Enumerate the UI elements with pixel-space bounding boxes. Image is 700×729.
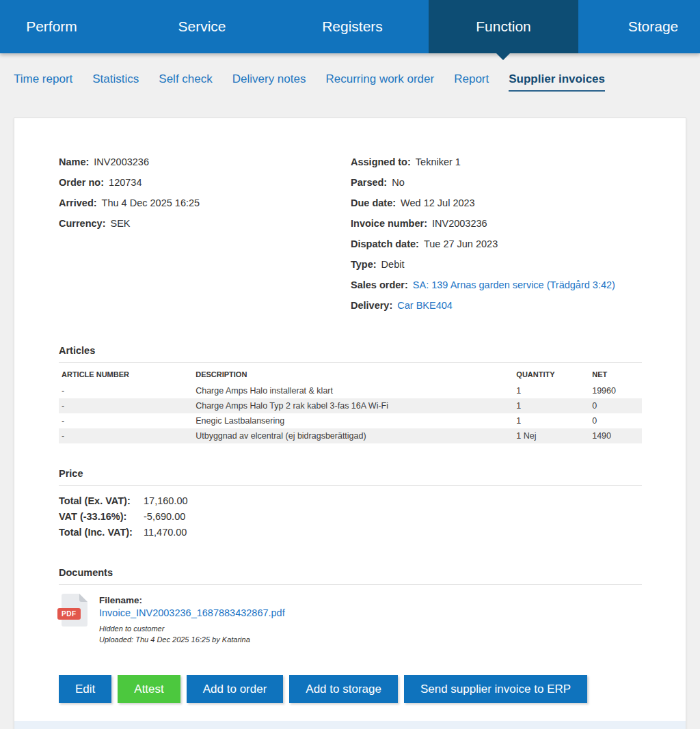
field-value: INV2003236 [94,156,149,167]
invoice-fields-right: Assigned to:Tekniker 1 Parsed:No Due dat… [351,156,615,320]
field-invoice-number: Invoice number:INV2003236 [351,218,615,238]
cell-description: Enegic Lastbalansering [193,413,513,428]
articles-section: Articles ARTICLE NUMBER DESCRIPTION QUAN… [59,345,642,443]
cell-description: Charge Amps Halo installerat & klart [193,383,513,398]
send-to-erp-button[interactable]: Send supplier invoice to ERP [404,675,587,703]
document-filename-link[interactable]: Invoice_INV2003236_1687883432867.pdf [99,607,285,618]
cell-net: 0 [589,398,642,413]
cell-description: Charge Amps Halo Typ 2 rak kabel 3-fas 1… [193,398,513,413]
table-row: - Enegic Lastbalansering 1 0 [59,413,642,428]
cell-article-number: - [59,383,193,398]
nav-tab-label: Storage [628,18,679,35]
price-value: -5,690.00 [144,511,185,527]
subnav-supplier-invoices[interactable]: Supplier invoices [509,72,605,92]
cell-net: 1490 [589,428,642,443]
table-row: - Charge Amps Halo installerat & klart 1… [59,383,642,398]
field-label: Order no: [59,177,104,188]
cell-net: 19960 [589,383,642,398]
field-arrived: Arrived:Thu 4 Dec 2025 16:25 [59,197,351,218]
add-to-storage-button[interactable]: Add to storage [289,675,398,703]
price-row-inc-vat: Total (Inc. VAT):11,470.00 [59,527,642,542]
price-value: 11,470.00 [144,527,187,542]
active-tab-pointer [496,53,510,60]
documents-section: Documents PDF Filename: Invoice_INV20032… [59,567,642,644]
field-value: Tue 27 Jun 2023 [424,238,498,249]
subnav-report[interactable]: Report [454,72,489,90]
field-label: Name: [59,156,89,167]
field-value: Debit [381,259,405,270]
add-to-order-button[interactable]: Add to order [187,675,284,703]
subnav-recurring-work-order[interactable]: Recurring work order [325,72,434,90]
field-order-no: Order no:120734 [59,177,351,197]
field-assigned-to: Assigned to:Tekniker 1 [351,156,615,177]
sub-nav: Time report Statistics Self check Delive… [0,53,700,118]
price-label: Total (Inc. VAT): [59,527,144,542]
cell-quantity: 1 Nej [513,428,589,443]
articles-table: ARTICLE NUMBER DESCRIPTION QUANTITY NET … [59,364,642,443]
subnav-time-report[interactable]: Time report [14,72,72,90]
field-label: Assigned to: [351,156,411,167]
field-label: Dispatch date: [351,238,419,249]
nav-tab-function[interactable]: Function [429,0,578,53]
price-section: Price Total (Ex. VAT):17,160.00 VAT (-33… [59,468,642,542]
price-row-vat: VAT (-33.16%):-5,690.00 [59,511,642,527]
subnav-statistics[interactable]: Statistics [92,72,139,90]
document-info: Filename: Invoice_INV2003236_16878834328… [99,594,285,644]
field-label: Delivery: [351,300,392,311]
price-title: Price [59,468,642,479]
nav-tab-label: Perform [26,18,77,35]
delivery-link[interactable]: Car BKE404 [397,300,453,311]
cell-quantity: 1 [513,398,589,413]
card-footer: Assign Print Cancel [14,721,686,729]
section-divider [59,584,642,585]
nav-tab-registers[interactable]: Registers [278,0,427,53]
field-currency: Currency:SEK [59,218,351,238]
field-value: INV2003236 [432,218,487,229]
action-buttons: Edit Attest Add to order Add to storage … [59,675,642,703]
pdf-badge: PDF [57,608,81,620]
cell-article-number: - [59,398,193,413]
field-label: Type: [351,259,377,270]
nav-tab-service[interactable]: Service [127,0,277,53]
field-value: No [392,177,405,188]
articles-title: Articles [59,345,642,356]
field-label: Arrived: [59,197,97,208]
col-article-number: ARTICLE NUMBER [59,364,193,383]
field-value: 120734 [109,177,142,188]
price-label: VAT (-33.16%): [59,511,144,527]
price-rows: Total (Ex. VAT):17,160.00 VAT (-33.16%):… [59,495,642,542]
price-value: 17,160.00 [144,495,188,511]
price-row-ex-vat: Total (Ex. VAT):17,160.00 [59,495,642,511]
field-parsed: Parsed:No [351,177,615,197]
field-label: Currency: [59,218,106,229]
field-sales-order: Sales order:SA: 139 Arnas garden service… [351,279,615,300]
nav-tab-perform[interactable]: Perform [0,0,126,53]
supplier-invoice-card: Name:INV2003236 Order no:120734 Arrived:… [14,118,686,729]
documents-title: Documents [59,567,642,578]
nav-tab-storage[interactable]: Storage [578,0,700,53]
col-quantity: QUANTITY [513,364,589,383]
field-value: Tekniker 1 [416,156,461,167]
field-delivery: Delivery:Car BKE404 [351,300,615,320]
field-label: Sales order: [351,279,408,290]
filename-label: Filename: [99,595,285,605]
subnav-self-check[interactable]: Self check [159,72,212,90]
cell-article-number: - [59,413,193,428]
subnav-delivery-notes[interactable]: Delivery notes [232,72,306,90]
field-label: Due date: [351,197,396,208]
nav-tab-label: Service [178,18,226,35]
field-value: SEK [111,218,131,229]
cell-net: 0 [589,413,642,428]
col-net: NET [589,364,642,383]
top-nav: Perform Service Registers Function Stora… [0,0,700,53]
field-type: Type:Debit [351,259,615,279]
edit-button[interactable]: Edit [59,675,111,703]
sales-order-link[interactable]: SA: 139 Arnas garden service (Trädgård 3… [413,279,615,290]
price-label: Total (Ex. VAT): [59,495,144,511]
document-item: PDF Filename: Invoice_INV2003236_1687883… [59,594,642,644]
cell-quantity: 1 [513,383,589,398]
attest-button[interactable]: Attest [118,675,180,703]
invoice-fields-left: Name:INV2003236 Order no:120734 Arrived:… [59,156,351,320]
card-content: Name:INV2003236 Order no:120734 Arrived:… [14,118,686,721]
nav-tab-label: Function [476,18,531,35]
